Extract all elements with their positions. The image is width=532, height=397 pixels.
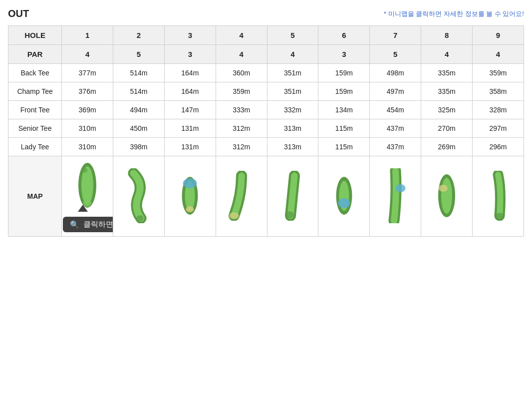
tee-row: Senior Tee310m450m131m312m313m115m437m27… xyxy=(8,119,524,138)
distance-cell: 115m xyxy=(318,138,370,156)
tooltip-icon: 🔍 xyxy=(70,220,79,229)
distance-cell: 454m xyxy=(370,101,421,119)
map-cell-6[interactable] xyxy=(318,156,370,237)
distance-cell: 398m xyxy=(113,138,165,156)
distance-cell: 164m xyxy=(164,64,216,82)
map-row: MAP 🔍 클릭하면 자세한 정보를 볼 수 있어요! xyxy=(8,156,524,237)
svg-point-17 xyxy=(441,178,452,214)
page-header: OUT * 미니맵을 클릭하면 자세한 정보를 볼 수 있어요! xyxy=(8,8,524,19)
tee-label: Back Tee xyxy=(8,64,62,82)
svg-point-14 xyxy=(338,198,350,208)
par-value: 4 xyxy=(421,45,473,64)
map-cell-7[interactable] xyxy=(370,156,421,237)
hole-number: 9 xyxy=(473,26,524,45)
tee-row: Back Tee377m514m164m360m351m159m498m335m… xyxy=(8,64,524,82)
map-cell-3[interactable] xyxy=(164,156,216,237)
svg-point-18 xyxy=(439,185,448,192)
hole-number: 6 xyxy=(318,26,370,45)
distance-cell: 333m xyxy=(216,101,267,119)
distance-cell: 296m xyxy=(473,138,524,156)
tee-label: Lady Tee xyxy=(8,138,62,156)
par-row: PAR453443544 xyxy=(8,45,524,64)
tooltip-text: 클릭하면 자세한 정보를 볼 수 있어요! xyxy=(83,220,113,229)
svg-point-3 xyxy=(82,168,87,173)
hole-number: 4 xyxy=(216,26,267,45)
distance-cell: 514m xyxy=(113,82,165,101)
svg-point-8 xyxy=(183,178,197,188)
distance-cell: 377m xyxy=(62,64,113,82)
map-cell-4[interactable] xyxy=(216,156,267,237)
par-label: PAR xyxy=(8,45,62,64)
distance-cell: 131m xyxy=(164,119,216,138)
par-value: 3 xyxy=(164,45,216,64)
distance-cell: 312m xyxy=(216,119,267,138)
distance-cell: 328m xyxy=(473,101,524,119)
svg-point-15 xyxy=(395,184,405,192)
map-cell-1[interactable]: 🔍 클릭하면 자세한 정보를 볼 수 있어요! xyxy=(62,156,113,237)
par-value: 4 xyxy=(473,45,524,64)
map-cell-9[interactable] xyxy=(473,156,524,237)
distance-cell: 360m xyxy=(216,64,267,82)
tee-label: Front Tee xyxy=(8,101,62,119)
tee-row: Champ Tee376m514m164m359m351m159m497m335… xyxy=(8,82,524,101)
tooltip-arrow xyxy=(78,205,88,212)
map-cell-8[interactable] xyxy=(421,156,473,237)
hole-number: 3 xyxy=(164,26,216,45)
tee-label: Champ Tee xyxy=(8,82,62,101)
scorecard-table: HOLE123456789 PAR453443544 Back Tee377m5… xyxy=(8,25,524,237)
par-value: 5 xyxy=(370,45,421,64)
tee-row: Lady Tee310m398m131m312m313m115m437m269m… xyxy=(8,138,524,156)
distance-cell: 335m xyxy=(421,82,473,101)
distance-cell: 437m xyxy=(370,119,421,138)
hole-number: 7 xyxy=(370,26,421,45)
distance-cell: 359m xyxy=(473,64,524,82)
tee-row: Front Tee369m494m147m333m332m134m454m325… xyxy=(8,101,524,119)
svg-point-9 xyxy=(186,206,194,212)
distance-cell: 297m xyxy=(473,119,524,138)
distance-cell: 131m xyxy=(164,138,216,156)
par-value: 4 xyxy=(216,45,267,64)
distance-cell: 332m xyxy=(267,101,318,119)
map-cell-2[interactable] xyxy=(113,156,165,237)
svg-point-19 xyxy=(496,213,504,219)
hole-row: HOLE123456789 xyxy=(8,26,524,45)
tee-label: Senior Tee xyxy=(8,119,62,138)
distance-cell: 497m xyxy=(370,82,421,101)
distance-cell: 159m xyxy=(318,64,370,82)
map-label: MAP xyxy=(8,156,62,237)
distance-cell: 351m xyxy=(267,64,318,82)
map-cell-5[interactable] xyxy=(267,156,318,237)
distance-cell: 147m xyxy=(164,101,216,119)
distance-cell: 369m xyxy=(62,101,113,119)
minimap-hint[interactable]: * 미니맵을 클릭하면 자세한 정보를 볼 수 있어요! xyxy=(384,9,524,18)
hole-number: 2 xyxy=(113,26,165,45)
par-value: 3 xyxy=(318,45,370,64)
tooltip-popup: 🔍 클릭하면 자세한 정보를 볼 수 있어요! xyxy=(63,217,113,232)
distance-cell: 359m xyxy=(216,82,267,101)
distance-cell: 351m xyxy=(267,82,318,101)
distance-cell: 358m xyxy=(473,82,524,101)
distance-cell: 450m xyxy=(113,119,165,138)
distance-cell: 159m xyxy=(318,82,370,101)
distance-cell: 313m xyxy=(267,119,318,138)
distance-cell: 310m xyxy=(62,119,113,138)
tooltip-container: 🔍 클릭하면 자세한 정보를 볼 수 있어요! xyxy=(63,212,112,232)
par-value: 5 xyxy=(113,45,165,64)
distance-cell: 325m xyxy=(421,101,473,119)
distance-cell: 494m xyxy=(113,101,165,119)
distance-cell: 437m xyxy=(370,138,421,156)
par-value: 4 xyxy=(267,45,318,64)
distance-cell: 335m xyxy=(421,64,473,82)
distance-cell: 269m xyxy=(421,138,473,156)
par-value: 4 xyxy=(62,45,113,64)
svg-point-11 xyxy=(285,211,294,218)
hole-number: 8 xyxy=(421,26,473,45)
hole-number: 5 xyxy=(267,26,318,45)
distance-cell: 270m xyxy=(421,119,473,138)
distance-cell: 514m xyxy=(113,64,165,82)
distance-cell: 313m xyxy=(267,138,318,156)
distance-cell: 376m xyxy=(62,82,113,101)
svg-point-5 xyxy=(137,215,144,221)
distance-cell: 310m xyxy=(62,138,113,156)
distance-cell: 164m xyxy=(164,82,216,101)
